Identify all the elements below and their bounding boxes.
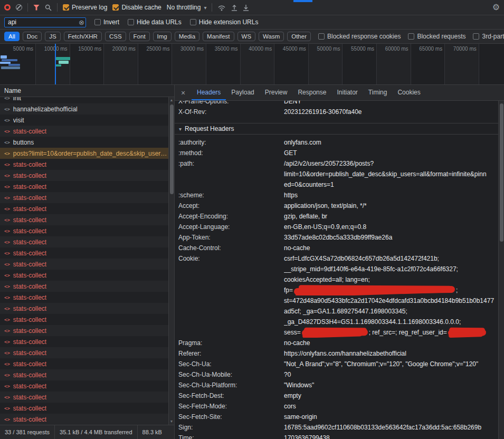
filter-icon[interactable] <box>33 5 40 11</box>
request-row[interactable]: <>stats-collect <box>0 159 174 170</box>
request-row[interactable]: <>stats-collect <box>0 181 174 192</box>
request-row[interactable]: <>stats-collect <box>0 236 174 247</box>
request-row[interactable]: <>stats-collect <box>0 314 174 325</box>
tab-headers[interactable]: Headers <box>192 85 226 100</box>
hide-data-urls-checkbox[interactable]: Hide data URLs <box>128 18 182 26</box>
type-filter-manifest[interactable]: Manifest <box>203 32 234 41</box>
request-row[interactable]: <>stats-collect <box>0 325 174 336</box>
disclosure-triangle-icon: ▾ <box>179 123 182 135</box>
header-value-line: csrf=LdfcGX4Sa72db06824c657db26a5d142472… <box>284 253 497 264</box>
type-filter-ws[interactable]: WS <box>237 32 256 41</box>
request-row[interactable]: <>stats-collect <box>0 392 174 403</box>
request-headers-section[interactable]: ▾ Request Headers <box>175 123 504 135</box>
import-har-icon[interactable] <box>231 4 237 11</box>
header-value-line: "Windows" <box>284 380 497 390</box>
timeline-column: 35000 ms <box>206 44 241 84</box>
request-row[interactable]: <>stats-collect <box>0 247 174 259</box>
clear-filter-icon[interactable]: ⊗ <box>79 18 84 26</box>
tab-response[interactable]: Response <box>292 85 331 100</box>
header-value-line: GET <box>284 148 497 158</box>
type-filter-doc[interactable]: Doc <box>23 32 42 41</box>
request-row[interactable]: <>stats-collect <box>0 126 174 137</box>
record-icon[interactable] <box>4 4 11 11</box>
type-filter-css[interactable]: CSS <box>105 32 126 41</box>
clear-requests-icon[interactable] <box>16 4 22 11</box>
header-name: :scheme: <box>178 190 284 201</box>
scrollbar-thumb[interactable] <box>170 104 174 194</box>
name-column-header[interactable]: Name <box>0 85 174 97</box>
request-row[interactable]: <>posts?limit=10&order=publish_date_desc… <box>0 148 174 159</box>
request-row[interactable]: <>stats-collect <box>0 414 174 425</box>
network-conditions-icon[interactable] <box>217 4 226 11</box>
request-row[interactable]: <>stats-collect <box>0 380 174 392</box>
header-row: Sec-Ch-Ua-Platform:"Windows" <box>175 380 504 390</box>
type-filter-other[interactable]: Other <box>287 32 311 41</box>
request-row[interactable]: <>init <box>0 97 174 103</box>
scroll-up-icon[interactable]: ▲ <box>169 97 174 103</box>
request-row[interactable]: <>stats-collect <box>0 170 174 181</box>
request-name: stats-collect <box>13 305 46 312</box>
type-filter-all[interactable]: All <box>4 32 20 41</box>
timeline-overview[interactable]: 5000 ms10000 ms15000 ms20000 ms25000 ms3… <box>0 44 504 85</box>
header-value-text: no-cache <box>284 244 310 252</box>
header-value-line: sess=; ref_src=; reg_ref_user_id= <box>284 327 497 338</box>
tab-timing[interactable]: Timing <box>363 85 393 100</box>
request-name: stats-collect <box>13 227 46 235</box>
type-filter-media[interactable]: Media <box>175 32 199 41</box>
request-row[interactable]: <>stats-collect <box>0 336 174 347</box>
request-row[interactable]: <>stats-collect <box>0 358 174 369</box>
request-name: stats-collect <box>13 371 46 379</box>
request-row[interactable]: <>stats-collect <box>0 303 174 314</box>
filter-input[interactable] <box>4 17 86 27</box>
close-icon[interactable]: × <box>175 85 192 100</box>
header-name: Sec-Fetch-Mode: <box>178 401 284 412</box>
type-filter-wasm[interactable]: Wasm <box>259 32 284 41</box>
preserve-log-checkbox[interactable]: Preserve log <box>63 4 107 11</box>
filter-checkbox-blocked-response-cookies[interactable]: Blocked response cookies <box>318 33 401 40</box>
request-list-scrollbar[interactable]: ▲ ▼ <box>168 97 174 425</box>
header-value-text: __stripe_mid=9df140f6-e64a-419e-85fc-a1c… <box>284 265 458 273</box>
request-row[interactable]: <>stats-collect <box>0 369 174 380</box>
invert-checkbox[interactable]: Invert <box>94 18 119 26</box>
request-row[interactable]: <>stats-collect <box>0 259 174 270</box>
tab-payload[interactable]: Payload <box>226 85 259 100</box>
request-row[interactable]: <>stats-collect <box>0 292 174 303</box>
search-icon[interactable] <box>45 4 52 11</box>
request-row[interactable]: <>stats-collect <box>0 281 174 292</box>
export-har-icon[interactable] <box>243 4 249 11</box>
request-row[interactable]: <>hannahelizabethofficial <box>0 103 174 114</box>
scroll-down-icon[interactable]: ▼ <box>169 418 174 425</box>
request-row[interactable]: <>stats-collect <box>0 214 174 225</box>
header-name: :method: <box>178 148 284 158</box>
request-row[interactable]: <>stats-collect <box>0 203 174 214</box>
type-filter-js[interactable]: JS <box>45 32 60 41</box>
tab-cookies[interactable]: Cookies <box>392 85 425 100</box>
header-value-line: gzip, deflate, br <box>284 211 497 222</box>
details-scrollbar[interactable] <box>498 101 504 439</box>
hide-extension-urls-checkbox[interactable]: Hide extension URLs <box>190 18 259 26</box>
request-row[interactable]: <>stats-collect <box>0 270 174 281</box>
request-row[interactable]: <>stats-collect <box>0 225 174 236</box>
header-value-text: en-GB,en-US;q=0.9,en;q=0.8 <box>284 223 366 231</box>
request-row[interactable]: <>buttons <box>0 137 174 148</box>
settings-gear-icon[interactable]: ⚙ <box>492 3 500 12</box>
request-row[interactable]: <>stats-collect <box>0 403 174 414</box>
type-filter-img[interactable]: Img <box>153 32 172 41</box>
request-row[interactable]: <>visit <box>0 114 174 126</box>
filter-checkbox-3rd-party-requests[interactable]: 3rd-party requests <box>473 33 504 40</box>
scrollbar-thumb[interactable] <box>500 103 503 242</box>
tab-initiator[interactable]: Initiator <box>331 85 363 100</box>
fetch-xhr-icon: <> <box>4 217 10 223</box>
header-row: :path:/api2/v2/users/20572336/posts?limi… <box>175 158 504 190</box>
checkbox-icon <box>112 4 119 11</box>
tab-preview[interactable]: Preview <box>260 85 293 100</box>
filter-checkbox-blocked-requests[interactable]: Blocked requests <box>408 33 465 40</box>
throttling-dropdown[interactable]: No throttling ▾ <box>167 4 207 11</box>
type-filter-fetch-xhr[interactable]: Fetch/XHR <box>64 32 102 41</box>
request-row[interactable]: <>stats-collect <box>0 347 174 358</box>
type-filter-font[interactable]: Font <box>129 32 150 41</box>
request-row[interactable]: <>stats-collect <box>0 192 174 203</box>
header-row: :scheme:https <box>175 190 504 201</box>
disable-cache-checkbox[interactable]: Disable cache <box>112 4 161 11</box>
header-name: Sec-Ch-Ua: <box>178 359 284 369</box>
